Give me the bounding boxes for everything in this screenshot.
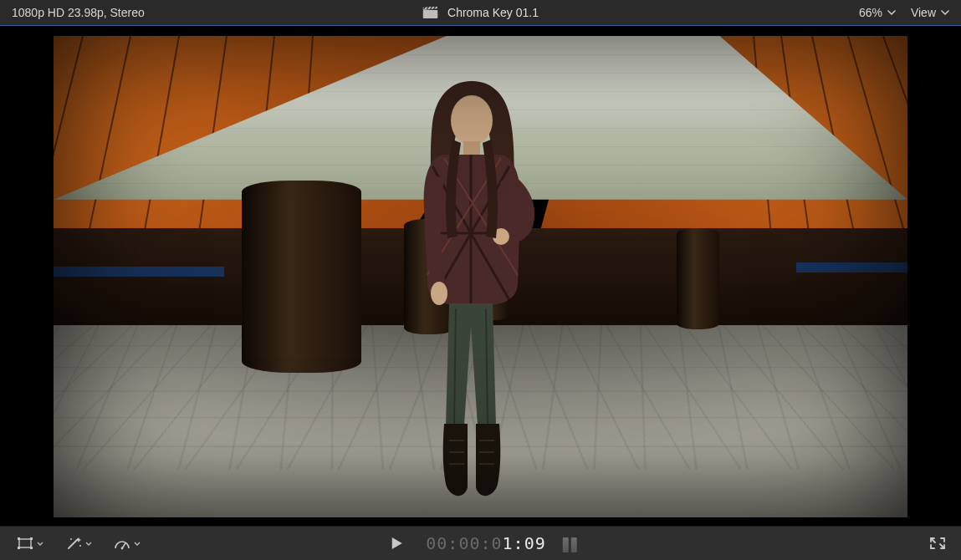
svg-rect-26	[30, 537, 33, 540]
view-label: View	[911, 6, 936, 19]
transform-tool-dropdown[interactable]	[12, 533, 49, 553]
fullscreen-button[interactable]	[926, 533, 949, 553]
chevron-down-icon	[887, 10, 896, 15]
play-icon	[391, 537, 402, 550]
svg-point-34	[121, 547, 124, 550]
svg-rect-24	[19, 539, 31, 547]
viewer-area[interactable]	[0, 26, 961, 527]
audio-meter-channel	[571, 537, 577, 552]
timecode-current: 1:09	[503, 533, 546, 553]
viewer-canvas	[54, 36, 907, 517]
chevron-down-icon	[85, 542, 92, 546]
svg-point-6	[451, 95, 493, 145]
speedometer-icon	[114, 537, 130, 550]
audio-meter	[563, 534, 577, 552]
svg-point-31	[70, 538, 72, 540]
clapperboard-icon	[422, 7, 437, 18]
format-label: 1080p HD 23.98p, Stereo	[0, 6, 145, 19]
svg-marker-35	[391, 537, 401, 549]
svg-line-29	[69, 539, 78, 548]
chevron-down-icon	[37, 542, 43, 546]
svg-rect-25	[18, 537, 20, 540]
chevron-down-icon	[941, 10, 949, 15]
transform-tool-icon	[17, 537, 33, 550]
timecode-display[interactable]: 00:00:01:09	[426, 533, 545, 553]
zoom-dropdown[interactable]: 66%	[859, 6, 896, 19]
timecode-leading: 00:00:0	[426, 533, 502, 553]
zoom-label: 66%	[859, 6, 882, 19]
tunnel-column	[242, 181, 361, 373]
clip-title: Chroma Key 01.1	[447, 6, 539, 19]
svg-rect-0	[422, 10, 437, 18]
chevron-down-icon	[134, 542, 141, 546]
enhance-tool-dropdown[interactable]	[60, 533, 97, 553]
svg-marker-30	[76, 537, 81, 542]
viewer-bottombar: 00:00:01:09	[0, 526, 961, 560]
wall-accent-stripe	[54, 267, 224, 277]
retime-tool-dropdown[interactable]	[109, 533, 146, 553]
foreground-subject	[384, 74, 560, 509]
play-button[interactable]	[384, 533, 409, 553]
fullscreen-icon	[929, 537, 946, 550]
viewer-topbar: 1080p HD 23.98p, Stereo Chroma Key 01.1 …	[0, 0, 961, 26]
view-dropdown[interactable]: View	[911, 6, 949, 19]
svg-rect-28	[30, 547, 33, 549]
wall-accent-stripe	[796, 262, 907, 272]
magic-wand-icon	[65, 537, 82, 550]
svg-rect-27	[18, 547, 20, 549]
tunnel-column	[677, 228, 719, 329]
svg-rect-7	[463, 141, 480, 156]
audio-meter-channel	[563, 537, 569, 552]
svg-point-14	[431, 282, 447, 305]
svg-point-32	[79, 545, 81, 547]
